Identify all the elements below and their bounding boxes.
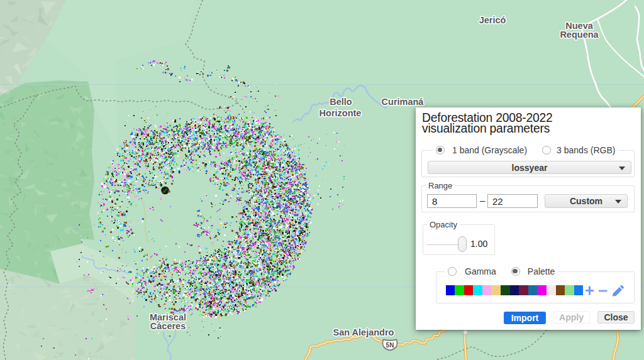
svg-text:Requena: Requena bbox=[560, 30, 599, 40]
svg-text:San Alejandro: San Alejandro bbox=[333, 327, 394, 337]
svg-text:5N: 5N bbox=[386, 342, 394, 349]
svg-text:Jericó: Jericó bbox=[479, 15, 506, 25]
svg-text:Curimaná: Curimaná bbox=[382, 97, 425, 107]
svg-text:Cáceres: Cáceres bbox=[150, 321, 186, 331]
svg-text:Horizonte: Horizonte bbox=[319, 108, 362, 118]
svg-text:Bello: Bello bbox=[330, 97, 352, 107]
